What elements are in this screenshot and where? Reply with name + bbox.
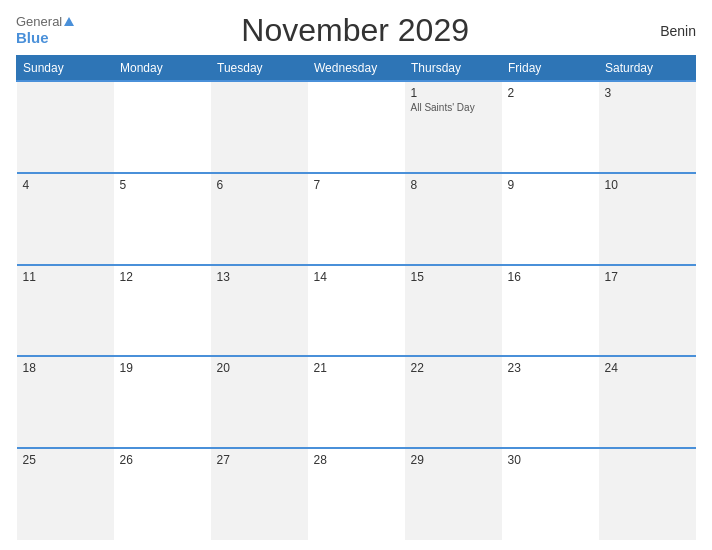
day-number: 30 (508, 453, 593, 467)
day-number: 5 (120, 178, 205, 192)
col-monday: Monday (114, 56, 211, 82)
calendar-week-row: 18192021222324 (17, 356, 696, 448)
logo-triangle-icon (64, 17, 74, 26)
calendar-cell: 9 (502, 173, 599, 265)
calendar-cell (599, 448, 696, 540)
calendar-cell: 22 (405, 356, 502, 448)
day-number: 10 (605, 178, 690, 192)
calendar-cell: 20 (211, 356, 308, 448)
calendar-cell (308, 81, 405, 173)
day-number: 1 (411, 86, 496, 100)
col-sunday: Sunday (17, 56, 114, 82)
logo: General Blue (16, 14, 74, 48)
calendar-cell: 28 (308, 448, 405, 540)
calendar-cell: 4 (17, 173, 114, 265)
calendar-cell: 26 (114, 448, 211, 540)
day-number: 3 (605, 86, 690, 100)
day-number: 16 (508, 270, 593, 284)
day-number: 22 (411, 361, 496, 375)
day-number: 20 (217, 361, 302, 375)
day-number: 19 (120, 361, 205, 375)
day-number: 25 (23, 453, 108, 467)
day-number: 11 (23, 270, 108, 284)
calendar-cell: 12 (114, 265, 211, 357)
day-number: 28 (314, 453, 399, 467)
calendar-week-row: 1All Saints' Day23 (17, 81, 696, 173)
calendar-cell: 11 (17, 265, 114, 357)
calendar-cell: 8 (405, 173, 502, 265)
calendar-cell: 29 (405, 448, 502, 540)
calendar-cell: 3 (599, 81, 696, 173)
day-number: 8 (411, 178, 496, 192)
day-number: 15 (411, 270, 496, 284)
calendar-cell (211, 81, 308, 173)
calendar-week-row: 11121314151617 (17, 265, 696, 357)
calendar-cell: 18 (17, 356, 114, 448)
calendar-cell: 27 (211, 448, 308, 540)
day-number: 2 (508, 86, 593, 100)
calendar-page: General Blue November 2029 Benin Sunday … (0, 0, 712, 550)
day-number: 29 (411, 453, 496, 467)
day-number: 18 (23, 361, 108, 375)
holiday-label: All Saints' Day (411, 102, 496, 113)
day-number: 27 (217, 453, 302, 467)
calendar-cell: 7 (308, 173, 405, 265)
calendar-cell: 15 (405, 265, 502, 357)
day-number: 24 (605, 361, 690, 375)
day-number: 14 (314, 270, 399, 284)
calendar-cell: 25 (17, 448, 114, 540)
col-tuesday: Tuesday (211, 56, 308, 82)
calendar-cell: 30 (502, 448, 599, 540)
col-thursday: Thursday (405, 56, 502, 82)
logo-row1: General (16, 14, 74, 30)
calendar-cell: 23 (502, 356, 599, 448)
day-number: 21 (314, 361, 399, 375)
calendar-cell: 5 (114, 173, 211, 265)
day-number: 17 (605, 270, 690, 284)
day-number: 7 (314, 178, 399, 192)
calendar-week-row: 45678910 (17, 173, 696, 265)
calendar-table: Sunday Monday Tuesday Wednesday Thursday… (16, 55, 696, 540)
day-number: 13 (217, 270, 302, 284)
day-number: 6 (217, 178, 302, 192)
calendar-cell: 14 (308, 265, 405, 357)
col-wednesday: Wednesday (308, 56, 405, 82)
calendar-cell: 16 (502, 265, 599, 357)
calendar-week-row: 252627282930 (17, 448, 696, 540)
weekday-header-row: Sunday Monday Tuesday Wednesday Thursday… (17, 56, 696, 82)
calendar-cell: 17 (599, 265, 696, 357)
col-saturday: Saturday (599, 56, 696, 82)
calendar-cell: 1All Saints' Day (405, 81, 502, 173)
calendar-cell: 10 (599, 173, 696, 265)
logo-row2: Blue (16, 29, 74, 47)
day-number: 4 (23, 178, 108, 192)
calendar-cell: 6 (211, 173, 308, 265)
day-number: 26 (120, 453, 205, 467)
day-number: 12 (120, 270, 205, 284)
calendar-cell: 13 (211, 265, 308, 357)
calendar-cell: 24 (599, 356, 696, 448)
calendar-cell (17, 81, 114, 173)
calendar-cell: 19 (114, 356, 211, 448)
calendar-cell: 2 (502, 81, 599, 173)
country-label: Benin (636, 23, 696, 39)
day-number: 23 (508, 361, 593, 375)
calendar-title: November 2029 (74, 12, 636, 49)
logo-blue-text: Blue (16, 29, 49, 47)
day-number: 9 (508, 178, 593, 192)
calendar-cell (114, 81, 211, 173)
calendar-cell: 21 (308, 356, 405, 448)
logo-general-text: General (16, 14, 62, 30)
calendar-header: General Blue November 2029 Benin (16, 12, 696, 49)
col-friday: Friday (502, 56, 599, 82)
